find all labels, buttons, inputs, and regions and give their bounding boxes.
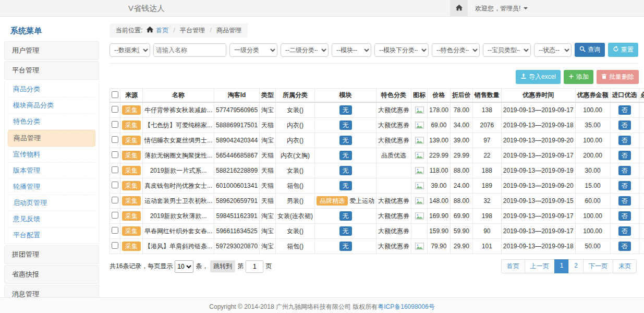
thumbnail-icon	[415, 167, 424, 174]
import-select-badge[interactable]: 否	[618, 242, 631, 251]
import-select-badge[interactable]: 否	[618, 121, 631, 130]
sidebar-item[interactable]: 版本管理	[8, 163, 95, 179]
module-badge[interactable]: 无	[339, 211, 352, 221]
sidebar-item[interactable]: 商品分类	[8, 81, 95, 98]
row-checkbox[interactable]	[112, 227, 118, 234]
breadcrumb-home-link[interactable]: 首页	[156, 27, 168, 34]
product-category: 女装()	[276, 224, 315, 239]
sidebar-group[interactable]: 消息管理	[4, 285, 99, 297]
reset-button[interactable]: 重置	[608, 43, 638, 57]
jump-button[interactable]: 跳转到	[210, 260, 235, 272]
icon-cell	[411, 133, 428, 148]
product-type: 天猫	[260, 148, 276, 163]
home-button[interactable]	[450, 0, 468, 17]
import-select-badge[interactable]: 否	[618, 181, 631, 190]
import-select-badge[interactable]: 否	[618, 166, 631, 175]
filter-select[interactable]: --状态--	[534, 43, 572, 57]
pager-item[interactable]: 上一页	[525, 259, 555, 273]
name-search-input[interactable]	[153, 43, 226, 57]
source-badge: 采集	[122, 226, 141, 236]
import-select-badge[interactable]: 否	[618, 211, 631, 221]
discount-price: 24.00	[450, 178, 472, 194]
feature-category: 品质优选	[376, 148, 411, 163]
pager-item[interactable]: 1	[554, 259, 569, 273]
per-page-select[interactable]: 10	[175, 260, 193, 273]
product-type: 淘宝	[260, 209, 276, 224]
feature-category	[376, 163, 411, 178]
sidebar-group[interactable]: 省惠快报	[4, 265, 99, 284]
source-badge: 采集	[122, 196, 141, 206]
icp-link[interactable]: 粤ICP备16098006号	[378, 303, 434, 310]
import-select-badge[interactable]: 否	[618, 105, 631, 115]
sidebar-item[interactable]: 商品管理	[8, 130, 95, 147]
taoke-id: 589042420344	[214, 133, 260, 148]
feature-category: 大额优惠券	[376, 133, 411, 148]
filter-select[interactable]: 一级分类	[229, 43, 277, 57]
pager-item[interactable]: 末页	[613, 259, 637, 273]
sidebar-item[interactable]: 意见反馈	[8, 211, 95, 227]
pager-item[interactable]: 2	[568, 259, 584, 273]
product-name: 情侣睡衣女夏丝绸男士...	[143, 133, 214, 148]
filter-select[interactable]: --数据来源--	[110, 43, 150, 57]
module-badge[interactable]: 无	[339, 242, 352, 251]
module-badge[interactable]: 无	[339, 226, 352, 236]
row-checkbox[interactable]	[112, 212, 118, 219]
sidebar-item[interactable]: 宣传物料	[8, 147, 95, 163]
module-badge[interactable]: 无	[339, 121, 352, 130]
row-checkbox[interactable]	[112, 151, 118, 158]
row-checkbox[interactable]	[112, 136, 118, 143]
coupon-time: 2019-09-13—2019-09-18	[501, 239, 575, 254]
filter-select[interactable]: --特色分类--	[432, 43, 480, 57]
sidebar-item[interactable]: 特色分类	[8, 114, 95, 130]
column-header: 类型	[260, 89, 276, 103]
module-badge[interactable]: 品牌精选	[317, 196, 348, 206]
row-checkbox[interactable]	[112, 166, 118, 173]
user-menu[interactable]: 欢迎您，管理员!	[468, 4, 535, 13]
filter-select[interactable]: --模块下分类--	[374, 43, 429, 57]
import-select-badge[interactable]: 否	[618, 196, 631, 206]
home-icon	[147, 27, 153, 34]
row-checkbox[interactable]	[112, 106, 118, 113]
jump-page-input[interactable]	[246, 260, 263, 273]
sidebar-item[interactable]: 平台配置	[8, 227, 95, 243]
coupon-time: 2019-09-13—2019-09-20	[501, 178, 575, 194]
filter-select[interactable]: --二级分类--	[281, 43, 329, 57]
product-name: 薄款无钢圈文胸聚拢性...	[143, 148, 214, 163]
import-select-badge[interactable]: 否	[618, 226, 631, 236]
select-all-checkbox[interactable]	[112, 91, 118, 98]
import-excel-button[interactable]: 导入excel	[516, 70, 561, 84]
module-badge[interactable]: 无	[339, 136, 352, 145]
batch-delete-button[interactable]: 批量删除	[597, 70, 639, 84]
pager-item[interactable]: 首页	[501, 259, 525, 273]
import-select-badge[interactable]: 否	[618, 151, 631, 160]
filter-select[interactable]: --宝贝类型--	[483, 43, 531, 57]
taoke-id: 597293020870	[214, 239, 260, 254]
filter-select[interactable]: --模块--	[332, 43, 371, 57]
sidebar-group[interactable]: 平台管理	[4, 61, 99, 80]
row-checkbox[interactable]	[112, 242, 118, 249]
module-badge[interactable]: 无	[339, 151, 352, 160]
sidebar-group[interactable]: 拼团管理	[4, 245, 99, 264]
module-badge[interactable]: 无	[339, 105, 352, 115]
pager-item[interactable]: 下一页	[583, 259, 613, 273]
product-type: 天猫	[260, 194, 276, 209]
discount-price: 34.00	[450, 118, 472, 133]
row-checkbox[interactable]	[112, 121, 118, 128]
pagination: 共16条记录，每页显示 10 条， 跳转到 第 页 首页上一页12下一页末页	[110, 259, 639, 273]
product-panel: 导入excel 添加 批量删除 来源名称淘客Id类型所属分类模块特色分类图标价格…	[110, 63, 639, 273]
module-badge[interactable]: 无	[339, 181, 352, 190]
table-row: 采集早春网红针织外套女春...596611634525淘宝女装()无大额优惠券1…	[110, 224, 644, 239]
module-badge[interactable]: 无	[339, 166, 352, 175]
sidebar-group[interactable]: 用户管理	[4, 41, 99, 60]
icon-cell	[411, 148, 428, 163]
import-select-badge[interactable]: 否	[618, 136, 631, 145]
source-badge: 采集	[122, 136, 141, 145]
search-button[interactable]: 查询	[575, 43, 605, 57]
row-checkbox[interactable]	[112, 197, 118, 203]
row-checkbox[interactable]	[112, 182, 118, 188]
sidebar-item[interactable]: 模块商品分类	[8, 98, 95, 114]
breadcrumb-prefix: 当前位置:	[116, 27, 142, 34]
add-button[interactable]: 添加	[564, 70, 593, 84]
sidebar-item[interactable]: 启动页管理	[8, 195, 95, 211]
sidebar-item[interactable]: 轮播管理	[8, 179, 95, 195]
